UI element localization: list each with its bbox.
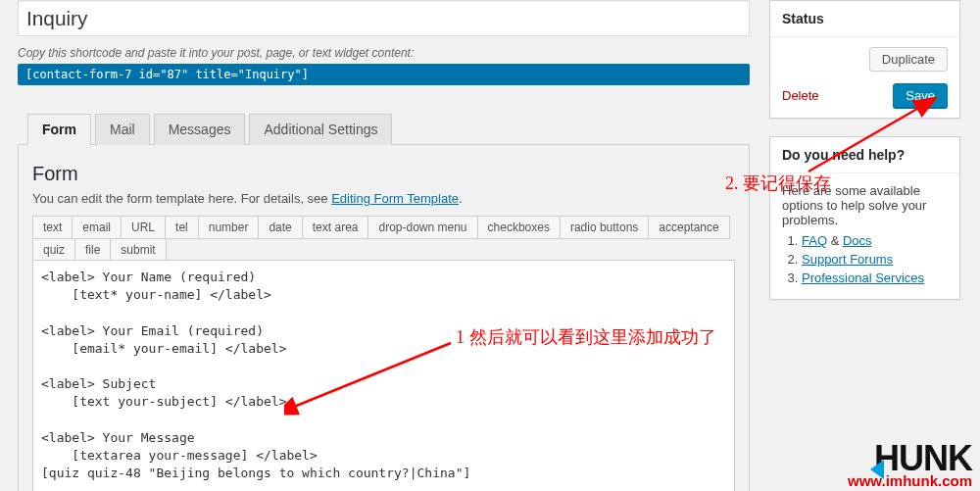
form-template-textarea[interactable] bbox=[32, 260, 735, 491]
tag-generator-buttons: textemailURLtelnumberdatetext areadrop-d… bbox=[32, 216, 735, 261]
tag-btn-URL[interactable]: URL bbox=[121, 216, 166, 239]
save-button[interactable]: Save bbox=[893, 83, 948, 108]
list-item: Professional Services bbox=[802, 270, 948, 285]
tab-form[interactable]: Form bbox=[27, 114, 91, 145]
help-postbox: Do you need help? Here are some availabl… bbox=[769, 136, 960, 300]
shortcode-display[interactable]: [contact-form-7 id="87" title="Inquiry"] bbox=[18, 64, 750, 85]
tab-mail[interactable]: Mail bbox=[95, 114, 150, 145]
help-heading: Do you need help? bbox=[770, 137, 959, 173]
faq-link[interactable]: FAQ bbox=[802, 233, 827, 248]
tag-btn-quiz[interactable]: quiz bbox=[32, 238, 75, 262]
tab-additional-settings[interactable]: Additional Settings bbox=[249, 114, 392, 145]
duplicate-button[interactable]: Duplicate bbox=[869, 47, 948, 72]
post-title-input[interactable] bbox=[18, 0, 750, 36]
tag-btn-text-area[interactable]: text area bbox=[302, 216, 369, 239]
tag-btn-text[interactable]: text bbox=[32, 216, 73, 239]
tag-btn-number[interactable]: number bbox=[198, 216, 260, 239]
form-panel: Form You can edit the form template here… bbox=[18, 145, 750, 491]
panel-desc: You can edit the form template here. For… bbox=[32, 191, 735, 206]
tag-btn-tel[interactable]: tel bbox=[165, 216, 199, 239]
tag-btn-date[interactable]: date bbox=[258, 216, 302, 239]
shortcode-help-text: Copy this shortcode and paste it into yo… bbox=[18, 46, 750, 60]
help-list: FAQ & Docs Support Forums Professional S… bbox=[782, 233, 948, 285]
tag-btn-acceptance[interactable]: acceptance bbox=[648, 216, 729, 239]
tab-messages[interactable]: Messages bbox=[154, 114, 246, 145]
docs-link[interactable]: Docs bbox=[843, 233, 872, 248]
pro-services-link[interactable]: Professional Services bbox=[802, 270, 924, 285]
list-item: Support Forums bbox=[802, 252, 948, 267]
status-postbox: Status Duplicate Delete Save bbox=[769, 0, 960, 119]
help-text: Here are some available options to help … bbox=[782, 183, 948, 227]
tag-btn-checkboxes[interactable]: checkboxes bbox=[477, 216, 561, 239]
editing-form-template-link[interactable]: Editing Form Template bbox=[331, 191, 459, 206]
tag-btn-radio-buttons[interactable]: radio buttons bbox=[560, 216, 649, 239]
support-forums-link[interactable]: Support Forums bbox=[802, 252, 893, 267]
panel-heading: Form bbox=[32, 163, 735, 185]
tabs: Form Mail Messages Additional Settings bbox=[18, 113, 750, 145]
tag-btn-file[interactable]: file bbox=[74, 238, 111, 262]
tag-btn-drop-down-menu[interactable]: drop-down menu bbox=[368, 216, 477, 239]
tag-btn-submit[interactable]: submit bbox=[110, 238, 166, 262]
tag-btn-email[interactable]: email bbox=[72, 216, 122, 239]
delete-link[interactable]: Delete bbox=[782, 88, 819, 103]
status-heading: Status bbox=[770, 1, 959, 37]
list-item: FAQ & Docs bbox=[802, 233, 948, 248]
